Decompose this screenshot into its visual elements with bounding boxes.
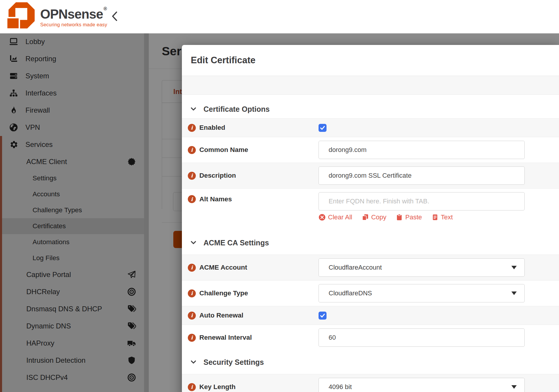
check-icon [320,313,325,318]
form-row-enabled: i Enabled [182,118,559,137]
field-label: Enabled [199,124,225,132]
field-label: Key Length [199,383,236,391]
info-icon[interactable]: i [188,289,196,297]
modal-toolbar-strip [182,76,559,95]
field-label: Alt Names [199,195,232,203]
info-icon[interactable]: i [188,383,196,391]
info-icon[interactable]: i [188,312,196,320]
circle-x-icon [319,214,326,221]
copy-icon [362,214,369,221]
info-icon[interactable]: i [188,172,196,180]
field-label: ACME Account [199,264,247,271]
acme-account-select[interactable]: CloudflareAccount [319,258,525,277]
alt-names-input[interactable] [319,192,525,210]
form-row-renewal-interval: i Renewal Interval [182,325,559,350]
field-label: Renewal Interval [199,334,252,341]
info-icon[interactable]: i [188,334,196,342]
field-label: Auto Renewal [199,312,243,319]
auto-renewal-checkbox[interactable] [319,312,327,320]
info-icon[interactable]: i [188,195,196,203]
form-row-auto-renewal: i Auto Renewal [182,306,559,325]
chevron-down-icon [189,105,198,113]
caret-down-icon [511,291,517,295]
paste-icon [396,214,403,221]
form-row-description: i Description [182,163,559,188]
field-label: Challenge Type [199,289,248,297]
chevron-down-icon [189,358,198,366]
top-navbar: OPNsense® Securing networks made easy [0,0,559,33]
key-length-select[interactable]: 4096 bit [319,378,525,392]
chevron-left-icon [111,11,119,22]
paste-button[interactable]: Paste [396,213,422,221]
caret-down-icon [511,266,517,269]
registered-mark: ® [104,6,107,11]
clear-all-button[interactable]: Clear All [319,213,352,221]
field-label: Common Name [199,146,248,154]
form-row-challenge-type: i Challenge Type CloudflareDNS [182,280,559,306]
opnsense-logo[interactable]: OPNsense® Securing networks made easy [7,1,107,30]
screen: OPNsense® Securing networks made easy Lo… [0,0,559,392]
description-input[interactable] [319,166,525,185]
info-icon[interactable]: i [188,124,196,132]
form-row-acme-account: i ACME Account CloudflareAccount [182,255,559,280]
text-button[interactable]: Text [432,213,453,221]
form-row-alt-names: i Alt Names Clear All Copy Pas [182,188,559,231]
section-acme-ca-settings[interactable]: ACME CA Settings [182,231,559,255]
brand-name: OPNsense® [40,8,107,21]
caret-down-icon [511,385,517,389]
text-file-icon [432,214,439,221]
section-security-settings[interactable]: Security Settings [182,350,559,374]
challenge-type-select[interactable]: CloudflareDNS [319,284,525,302]
common-name-input[interactable] [319,141,525,159]
field-label: Description [199,172,236,179]
copy-button[interactable]: Copy [362,213,386,221]
info-icon[interactable]: i [188,146,196,154]
modal-title: Edit Certificate [182,45,559,76]
brand-tagline: Securing networks made easy [40,22,107,27]
check-icon [320,125,325,131]
info-icon[interactable]: i [188,264,196,272]
chevron-down-icon [189,239,198,247]
form-row-key-length: i Key Length 4096 bit [182,374,559,392]
sidebar-collapse-button[interactable] [111,11,119,22]
opnsense-logo-icon [7,1,36,30]
enabled-checkbox[interactable] [319,124,327,132]
form-row-common-name: i Common Name [182,137,559,163]
section-certificate-options[interactable]: Certificate Options [182,100,559,118]
alt-names-actions: Clear All Copy Paste Text [319,213,525,221]
edit-certificate-modal: Edit Certificate Certificate Options i E… [182,45,559,392]
renewal-interval-input[interactable] [319,328,525,347]
